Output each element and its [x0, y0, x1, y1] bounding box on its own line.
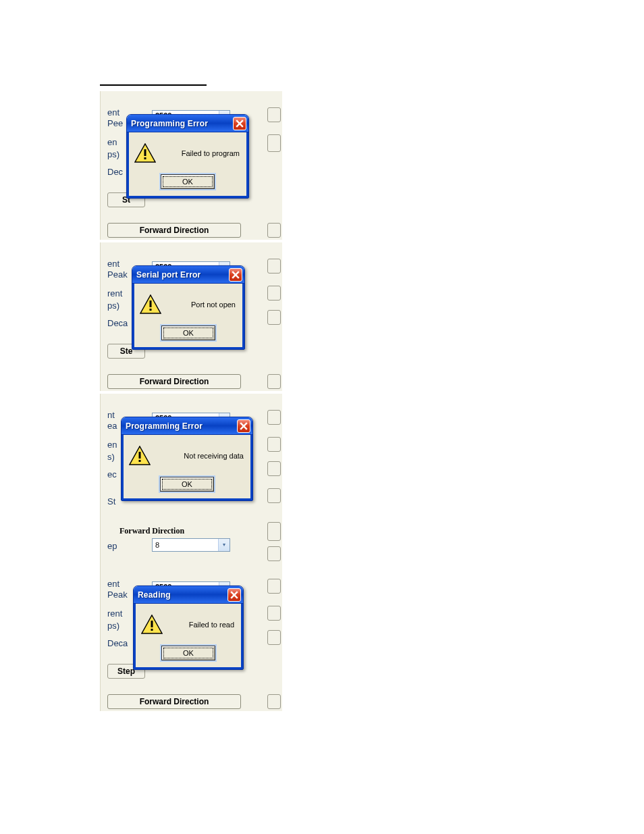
side-button[interactable]: [267, 259, 281, 273]
ok-label: OK: [182, 480, 192, 488]
side-button[interactable]: [267, 374, 281, 389]
side-button[interactable]: [267, 546, 281, 561]
bg-label: nt: [107, 410, 115, 420]
side-button[interactable]: [267, 579, 281, 594]
close-icon[interactable]: [229, 268, 242, 282]
step-label: Ste: [120, 346, 133, 356]
background-panel-1: ent Pee en ps) Dec St 2500 ▾ Forward Dir…: [100, 91, 282, 240]
bg-label: s): [107, 452, 115, 462]
bg-label: ec: [107, 469, 117, 479]
bg-label: Peak: [107, 269, 128, 280]
bg-label: Peak: [107, 590, 128, 600]
forward-direction-button[interactable]: Forward Direction: [107, 694, 241, 709]
dialog-message: Not receiving data: [157, 452, 245, 460]
titlebar[interactable]: Programming Error: [127, 115, 248, 132]
bg-label: Pee: [107, 118, 123, 128]
bg-label: ent: [107, 259, 119, 269]
dialog-body: Port not open OK: [132, 284, 244, 349]
close-icon[interactable]: [237, 419, 250, 433]
serial-port-error-dialog: Serial port Error Port not open OK: [132, 265, 245, 350]
background-panel-3: nt ea en s) ec St 2500 ▾ Forward Directi…: [100, 394, 282, 563]
dialog-message: Port not open: [168, 301, 237, 309]
panel-stack: ent Pee en ps) Dec St 2500 ▾ Forward Dir…: [100, 91, 282, 711]
ep-combo[interactable]: 8 ▾: [152, 538, 230, 552]
close-icon[interactable]: [227, 588, 241, 602]
side-button[interactable]: [267, 606, 281, 621]
programming-error-dialog-2: Programming Error Not receiving data OK: [121, 417, 253, 501]
fwd-label: Forward Direction: [140, 697, 209, 706]
titlebar[interactable]: Programming Error: [122, 417, 252, 435]
bg-label: Dec: [107, 167, 123, 177]
ok-button[interactable]: OK: [161, 646, 215, 660]
dialog-message: Failed to program: [163, 149, 241, 157]
background-panel-4: ent Peak rent ps) Deca Step 2500 ▾ Forwa…: [100, 563, 282, 711]
warning-icon: [141, 615, 163, 635]
svg-rect-4: [150, 301, 152, 307]
dialog-message: Failed to read: [169, 621, 236, 629]
background-panel-2: ent Peak rent ps) Deca Ste 2500 ▾ Forwar…: [100, 242, 282, 391]
side-button[interactable]: [267, 107, 281, 122]
side-button[interactable]: [267, 522, 281, 541]
warning-icon: [129, 446, 151, 466]
dialog-title: Programming Error: [126, 421, 237, 431]
side-button[interactable]: [267, 630, 281, 645]
bg-label: en: [107, 137, 117, 147]
ok-button[interactable]: OK: [160, 477, 214, 492]
bg-label: ps): [107, 149, 119, 159]
ok-label: OK: [183, 329, 194, 337]
bg-label: ps): [107, 621, 119, 631]
titlebar[interactable]: Serial port Error: [132, 266, 244, 284]
side-button[interactable]: [267, 286, 281, 301]
bg-label: rent: [107, 608, 122, 619]
ok-button[interactable]: OK: [161, 325, 215, 340]
dialog-body: Not receiving data OK: [122, 435, 252, 500]
forward-direction-button[interactable]: Forward Direction: [107, 374, 241, 389]
svg-rect-7: [139, 452, 141, 459]
side-button[interactable]: [267, 488, 281, 503]
dialog-body: Failed to read OK: [134, 604, 243, 669]
side-button[interactable]: [267, 310, 281, 325]
horizontal-rule: [100, 84, 207, 86]
svg-rect-8: [139, 460, 141, 462]
svg-rect-5: [150, 309, 152, 311]
programming-error-dialog: Programming Error Failed to program OK: [126, 114, 249, 199]
ok-label: OK: [183, 649, 194, 657]
bg-label: ps): [107, 301, 119, 311]
side-button[interactable]: [267, 410, 281, 425]
side-button[interactable]: [267, 694, 281, 709]
svg-rect-2: [144, 157, 146, 159]
close-icon[interactable]: [233, 117, 246, 130]
fwd-label: Forward Direction: [140, 377, 209, 386]
titlebar[interactable]: Reading: [134, 586, 243, 604]
svg-rect-10: [151, 621, 153, 627]
warning-icon: [134, 143, 156, 163]
svg-rect-11: [151, 629, 153, 631]
bg-label: rent: [107, 288, 122, 298]
ep-combo-value: 8: [155, 541, 159, 549]
side-button[interactable]: [267, 134, 281, 152]
reading-dialog: Reading Failed to read OK: [133, 585, 244, 670]
bg-label: en: [107, 440, 117, 450]
bg-label: ent: [107, 579, 119, 589]
bg-label: St: [107, 496, 115, 506]
side-button[interactable]: [267, 437, 281, 452]
dialog-title: Reading: [138, 590, 227, 600]
dialog-title: Serial port Error: [136, 270, 229, 280]
ep-label: ep: [107, 541, 117, 551]
side-button[interactable]: [267, 223, 281, 238]
chevron-down-icon[interactable]: ▾: [218, 539, 230, 551]
fwd-label: Forward Direction: [140, 226, 209, 235]
svg-rect-1: [144, 149, 146, 156]
side-button[interactable]: [267, 461, 281, 476]
bg-label: Deca: [107, 638, 128, 648]
forward-direction-button[interactable]: Forward Direction: [107, 223, 241, 238]
dialog-title: Programming Error: [131, 119, 233, 128]
ok-label: OK: [182, 178, 193, 186]
ok-button[interactable]: OK: [161, 174, 215, 189]
bg-label: Deca: [107, 318, 128, 328]
bg-label: ent: [107, 107, 119, 118]
warning-icon: [140, 294, 161, 315]
bg-label: ea: [107, 421, 117, 431]
dialog-body: Failed to program OK: [127, 132, 248, 198]
fwd-label-text: Forward Direction: [119, 526, 184, 536]
